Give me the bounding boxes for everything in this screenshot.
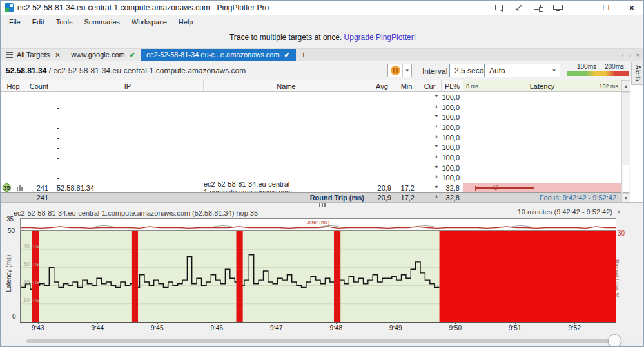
row-pl: 100,0 bbox=[442, 173, 463, 183]
table-row[interactable]: -*100,0 bbox=[1, 122, 621, 133]
x-axis-label: 9:44 bbox=[92, 324, 104, 332]
row-ip: - bbox=[52, 102, 204, 113]
interval-label: Interval bbox=[422, 67, 447, 76]
row-cur: * bbox=[418, 142, 442, 153]
histogram-icon[interactable] bbox=[17, 185, 23, 191]
display-icon[interactable] bbox=[548, 2, 567, 14]
pause-button[interactable] bbox=[388, 64, 402, 77]
remote-session-icon[interactable] bbox=[509, 2, 529, 14]
hop-35-row[interactable]: 35 241 52.58.81.34 ec2-52-58-81-34.eu-ce… bbox=[1, 183, 621, 192]
tab-ec2-active[interactable]: ec2-52-58-81-34.eu-c...e.amazonaws.com ✔ bbox=[141, 49, 296, 61]
row-pl: 100,0 bbox=[442, 142, 463, 153]
menu-bar: File Edit Tools Summaries Workspace Help bbox=[1, 15, 644, 28]
hop-table-body: -*100,0 -*100,0 -*100,0 -*100,0 -*100,0 … bbox=[1, 92, 621, 183]
upgrade-link[interactable]: Upgrade PingPlotter! bbox=[344, 33, 416, 42]
scrollbar-thumb[interactable] bbox=[623, 165, 629, 193]
table-vertical-scrollbar[interactable] bbox=[621, 92, 630, 202]
row-ip: - bbox=[52, 122, 204, 133]
table-row[interactable]: -*100,0 bbox=[1, 133, 621, 143]
menu-summaries[interactable]: Summaries bbox=[78, 18, 126, 26]
col-count[interactable]: Count bbox=[26, 80, 52, 91]
window-title: ec2-52-58-81-34.eu-central-1.compute.ama… bbox=[17, 3, 269, 12]
menu-help[interactable]: Help bbox=[173, 18, 199, 26]
hop-pl: 32,8 bbox=[442, 183, 463, 192]
col-pl[interactable]: PL% bbox=[442, 80, 463, 91]
col-avg[interactable]: Avg bbox=[369, 80, 395, 91]
col-ip[interactable]: IP bbox=[52, 80, 204, 91]
row-cur: * bbox=[418, 173, 442, 183]
minimize-button[interactable]: ─ bbox=[567, 1, 593, 15]
focus-select[interactable]: Auto▼ bbox=[484, 64, 560, 77]
latency-scale-max: 102 ms bbox=[599, 83, 618, 89]
tab-close-icon[interactable]: ✕ bbox=[55, 52, 60, 59]
scroll-down-button[interactable]: ▼ bbox=[621, 193, 630, 202]
panel-splitter[interactable] bbox=[1, 202, 644, 208]
tab-list-icon[interactable]: ▾ bbox=[636, 52, 639, 59]
title-bar: ec2-52-58-81-34.eu-central-1.compute.ama… bbox=[1, 1, 644, 15]
col-min[interactable]: Min bbox=[395, 80, 418, 91]
timeline-slider-track[interactable] bbox=[26, 339, 620, 343]
close-button[interactable]: ✕ bbox=[619, 1, 644, 15]
latency-timeline-plot[interactable]: 40 ms 30 ms 20 ms 10 ms bbox=[20, 231, 616, 323]
maximize-button[interactable]: ☐ bbox=[593, 1, 619, 15]
table-row[interactable]: -*100,0 bbox=[1, 142, 621, 153]
col-hop[interactable]: Hop bbox=[1, 80, 26, 91]
tab-google-label: www.google.com bbox=[72, 51, 125, 59]
table-row[interactable]: -*100,0 bbox=[1, 163, 621, 173]
graph-time-range[interactable]: 10 minutes (9:42:42 - 9:52:42) bbox=[518, 208, 612, 216]
tab-scroll-left-icon[interactable]: ‹ bbox=[621, 52, 623, 59]
x-axis-label: 9:48 bbox=[330, 324, 342, 332]
tab-ec2-label: ec2-52-58-81-34.eu-c...e.amazonaws.com bbox=[146, 51, 280, 59]
row-ip: - bbox=[52, 142, 204, 153]
rt-pl: 32,8 bbox=[442, 193, 463, 202]
target-header: 52.58.81.34 / ec2-52-58-81-34.eu-central… bbox=[1, 61, 644, 80]
menu-tools[interactable]: Tools bbox=[50, 18, 79, 26]
row-cur: * bbox=[418, 133, 442, 143]
row-ip: - bbox=[52, 133, 204, 143]
tab-check-icon: ✔ bbox=[284, 51, 290, 59]
chevron-down-icon[interactable]: ▼ bbox=[616, 209, 621, 215]
devices-icon[interactable] bbox=[529, 2, 548, 14]
col-latency[interactable]: 0 ms Latency 102 ms bbox=[463, 80, 621, 91]
focus-range-label: Focus: 9:42:42 - 9:52:42 bbox=[463, 194, 621, 202]
screen-share-icon[interactable] bbox=[490, 2, 509, 14]
table-row[interactable]: -*100,0 bbox=[1, 102, 621, 113]
latency-legend: 100ms200ms bbox=[567, 63, 629, 76]
hop-avg: 20,9 bbox=[369, 183, 395, 192]
row-pl: 100,0 bbox=[442, 112, 463, 122]
alerts-side-tab[interactable]: Alerts bbox=[631, 62, 643, 85]
new-tab-button[interactable]: + bbox=[296, 49, 311, 61]
focus-value: Auto bbox=[489, 66, 505, 75]
scroll-up-button[interactable]: ▲ bbox=[621, 80, 630, 91]
tab-scroll-right-icon[interactable]: › bbox=[629, 52, 631, 59]
upgrade-banner: Trace to multiple targets at once. Upgra… bbox=[1, 33, 644, 42]
row-pl: 100,0 bbox=[442, 122, 463, 133]
pause-icon bbox=[391, 66, 400, 75]
tab-google[interactable]: www.google.com ✔ bbox=[66, 49, 141, 61]
hop-latency-cell bbox=[463, 183, 621, 192]
target-separator: / bbox=[46, 66, 53, 75]
pause-dropdown[interactable]: ▼ bbox=[402, 64, 411, 77]
x-axis-label: 9:52 bbox=[569, 324, 581, 332]
menu-workspace[interactable]: Workspace bbox=[126, 18, 173, 26]
banner-text: Trace to multiple targets at once. bbox=[229, 33, 344, 42]
rt-label: Round Trip (ms) bbox=[52, 194, 369, 202]
row-ip: - bbox=[52, 153, 204, 163]
col-cur[interactable]: Cur bbox=[418, 80, 442, 91]
tab-all-targets-label: All Targets bbox=[17, 51, 50, 59]
x-axis-label: 9:43 bbox=[32, 324, 44, 332]
rt-count: 241 bbox=[26, 193, 52, 202]
row-cur: * bbox=[418, 92, 442, 102]
table-row[interactable]: -*100,0 bbox=[1, 112, 621, 122]
latency-plot-svg bbox=[21, 231, 616, 322]
timeline-slider-thumb[interactable] bbox=[608, 334, 621, 347]
hop-number-badge: 35 bbox=[3, 183, 11, 192]
legend-200ms: 200ms bbox=[605, 63, 624, 70]
table-row[interactable]: -*100,0 bbox=[1, 153, 621, 163]
menu-edit[interactable]: Edit bbox=[26, 18, 50, 26]
menu-file[interactable]: File bbox=[3, 18, 26, 26]
table-row[interactable]: -*100,0 bbox=[1, 92, 621, 102]
col-name[interactable]: Name bbox=[204, 80, 369, 91]
pause-control: ▼ bbox=[387, 64, 412, 77]
tab-all-targets[interactable]: All Targets ✕ bbox=[1, 49, 66, 61]
